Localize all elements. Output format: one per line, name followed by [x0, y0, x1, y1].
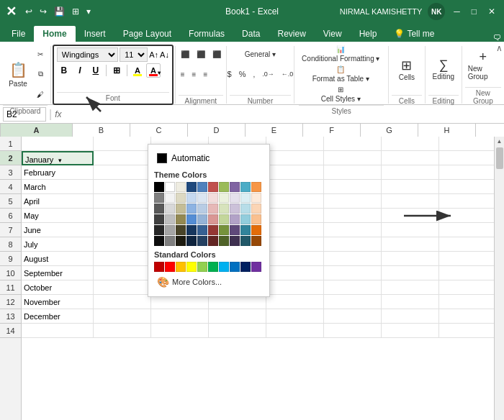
col-header-a[interactable]: A	[1, 124, 73, 137]
customize-btn[interactable]: ▾	[85, 5, 92, 18]
cell-f6[interactable]	[324, 209, 382, 223]
format-painter-button[interactable]: 🖌	[34, 85, 47, 104]
col-header-i[interactable]: I	[476, 124, 504, 137]
cell-a10[interactable]: September	[22, 266, 94, 280]
comma-btn[interactable]: ,	[250, 65, 258, 83]
row-header-13[interactable]: 13	[0, 309, 21, 324]
cell-a12[interactable]: November	[22, 295, 94, 309]
cell-a14[interactable]	[22, 324, 94, 338]
list-item[interactable]	[240, 204, 251, 214]
copy-button[interactable]: ⧉	[34, 65, 47, 83]
cell-b14[interactable]	[94, 324, 151, 338]
list-item[interactable]	[219, 182, 229, 192]
cell-g10[interactable]	[382, 266, 439, 280]
list-item[interactable]	[208, 225, 218, 235]
cell-g5[interactable]	[382, 194, 439, 209]
list-item[interactable]	[186, 193, 197, 203]
align-top-center-btn[interactable]: ⬛	[194, 45, 208, 63]
list-item[interactable]	[240, 262, 251, 272]
list-item[interactable]	[230, 225, 240, 235]
list-item[interactable]	[251, 262, 261, 272]
row-header-4[interactable]: 4	[0, 180, 21, 194]
cell-h11[interactable]	[439, 280, 494, 295]
cell-b1[interactable]	[94, 137, 151, 151]
cell-g6[interactable]	[382, 209, 439, 223]
list-item[interactable]	[165, 204, 175, 214]
list-item[interactable]	[219, 236, 229, 246]
cell-a1[interactable]	[22, 137, 94, 151]
restore-btn[interactable]: □	[469, 6, 480, 17]
cell-b4[interactable]	[94, 180, 151, 194]
list-item[interactable]	[230, 236, 240, 246]
undo-btn[interactable]: ↩	[24, 5, 34, 18]
editing-button[interactable]: ∑ Editing	[430, 50, 458, 88]
row-header-14[interactable]: 14	[0, 324, 21, 338]
cell-a13[interactable]: December	[22, 309, 94, 324]
minimize-btn[interactable]: ─	[451, 6, 463, 17]
list-item[interactable]	[219, 214, 229, 224]
list-item[interactable]	[165, 193, 175, 203]
row-header-8[interactable]: 8	[0, 237, 21, 252]
cell-h7[interactable]	[439, 223, 494, 237]
cell-g1[interactable]	[382, 137, 439, 151]
vertical-scrollbar[interactable]: ▲ ▼	[494, 137, 504, 420]
cell-f4[interactable]	[324, 180, 382, 194]
cell-h10[interactable]	[439, 266, 494, 280]
tab-insert[interactable]: Insert	[76, 26, 114, 42]
list-item[interactable]	[186, 214, 197, 224]
row-header-7[interactable]: 7	[0, 223, 21, 237]
list-item[interactable]	[176, 225, 186, 235]
list-item[interactable]	[240, 214, 251, 224]
cell-e9[interactable]	[266, 252, 324, 266]
cell-g13[interactable]	[382, 309, 439, 324]
tab-view[interactable]: View	[315, 26, 351, 42]
cell-b11[interactable]	[94, 280, 151, 295]
list-item[interactable]	[176, 236, 186, 246]
number-format-btn[interactable]: General ▾	[225, 45, 297, 63]
list-item[interactable]	[176, 193, 186, 203]
percent-btn[interactable]: %	[236, 65, 249, 83]
cell-g8[interactable]	[382, 237, 439, 252]
cell-c13[interactable]	[151, 309, 209, 324]
cell-e1[interactable]	[266, 137, 324, 151]
cell-f10[interactable]	[324, 266, 382, 280]
list-item[interactable]	[219, 262, 229, 272]
cell-f9[interactable]	[324, 252, 382, 266]
tab-home[interactable]: Home	[34, 26, 75, 42]
cell-f14[interactable]	[324, 324, 382, 338]
user-avatar[interactable]: NK	[428, 3, 445, 20]
scroll-thumb[interactable]	[496, 147, 503, 169]
close-btn[interactable]: ✕	[485, 6, 498, 17]
cell-g11[interactable]	[382, 280, 439, 295]
cell-h1[interactable]	[439, 137, 494, 151]
cell-h14[interactable]	[439, 324, 494, 338]
list-item[interactable]	[165, 182, 175, 192]
cell-b3[interactable]	[94, 165, 151, 180]
cell-e10[interactable]	[266, 266, 324, 280]
tab-data[interactable]: Data	[233, 26, 269, 42]
row-header-5[interactable]: 5	[0, 194, 21, 209]
cell-f3[interactable]	[324, 165, 382, 180]
list-item[interactable]	[186, 236, 197, 246]
row-header-1[interactable]: 1	[0, 137, 21, 151]
list-item[interactable]	[197, 262, 207, 272]
list-item[interactable]	[208, 214, 218, 224]
cell-e7[interactable]	[266, 223, 324, 237]
list-item[interactable]	[197, 182, 207, 192]
list-item[interactable]	[230, 204, 240, 214]
list-item[interactable]	[154, 204, 164, 214]
autosave-btn[interactable]: 💾	[53, 5, 66, 18]
cell-f12[interactable]	[324, 295, 382, 309]
border-button[interactable]: ⊞	[109, 63, 124, 78]
list-item[interactable]	[154, 182, 164, 192]
list-item[interactable]	[240, 225, 251, 235]
more-colors-button[interactable]: 🎨 More Colors...	[154, 273, 264, 291]
list-item[interactable]	[208, 262, 218, 272]
tab-page-layout[interactable]: Page Layout	[114, 26, 180, 42]
cell-f1[interactable]	[324, 137, 382, 151]
bold-button[interactable]: B	[57, 63, 71, 78]
list-item[interactable]	[154, 262, 164, 272]
list-item[interactable]	[154, 214, 164, 224]
cell-b10[interactable]	[94, 266, 151, 280]
cell-b9[interactable]	[94, 252, 151, 266]
